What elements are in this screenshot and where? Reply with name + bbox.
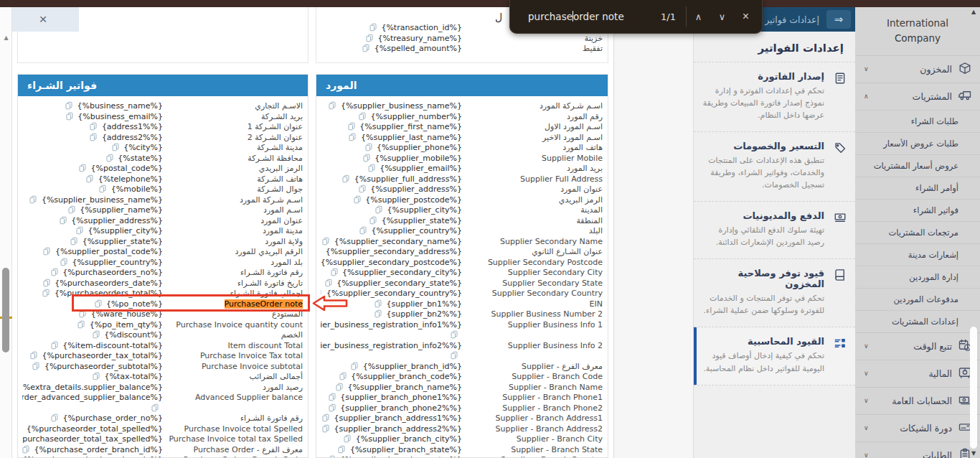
copy-icon[interactable] <box>60 216 67 227</box>
variable-text[interactable]: {%supplier_branch_code%} <box>351 372 462 381</box>
variable-text[interactable]: {supplier_branch_phone2%%} <box>340 403 462 413</box>
copy-icon[interactable] <box>451 351 458 362</box>
find-next-icon[interactable]: ∨ <box>710 7 734 27</box>
sidebar-subitem[interactable]: مدفوعات الموردين <box>855 288 980 310</box>
variable-text[interactable]: {%supplier_country%} <box>371 226 462 235</box>
copy-icon[interactable] <box>93 330 100 341</box>
sidebar-subitem[interactable]: فواتير الشراء <box>855 199 980 221</box>
variable-text[interactable]: {supplier_branch_address2%%} <box>334 424 462 434</box>
variable-text[interactable]: {%purchaseorder_total_tax_spelled%} <box>22 434 163 444</box>
copy-icon[interactable] <box>90 122 97 133</box>
variable-text[interactable]: {%business_email%} <box>77 112 163 121</box>
copy-icon[interactable] <box>322 413 329 424</box>
variable-text[interactable]: {supplier_bn2%%} <box>387 309 462 319</box>
copy-icon[interactable] <box>363 154 370 164</box>
scrollbar-up-icon[interactable]: ▲ <box>969 9 979 15</box>
copy-icon[interactable] <box>322 237 329 248</box>
copy-icon[interactable] <box>51 268 58 279</box>
copy-icon[interactable] <box>331 268 338 279</box>
variable-text[interactable]: {%business_name%} <box>77 101 163 111</box>
sidebar-scrollbar[interactable]: ▲ ▼ <box>969 7 979 458</box>
copy-icon[interactable] <box>70 237 77 248</box>
copy-icon[interactable] <box>60 258 67 268</box>
copy-icon[interactable] <box>51 341 58 352</box>
settings-item[interactable]: الدفع والمديونيات تهيئة سلوك الدفع التلق… <box>694 202 855 259</box>
variable-text[interactable]: {%supplier_secondary_city%} <box>342 268 462 277</box>
variable-text[interactable]: {address1%%} <box>102 122 163 131</box>
collapse-panel-icon[interactable]: ⇒ <box>826 10 851 29</box>
copy-icon[interactable] <box>362 44 369 55</box>
variable-text[interactable]: {%supplier_branch_id%} <box>363 362 462 371</box>
variable-text[interactable]: {%supplier_branch_city%} <box>356 434 462 444</box>
scrollbar-up-icon[interactable]: ▲ <box>0 34 12 41</box>
copy-icon[interactable] <box>329 403 336 414</box>
variable-text[interactable]: {%extra_details.supplier_balance%} <box>22 383 163 392</box>
sidebar-subitem[interactable]: عروض أسعار المشتريات <box>855 154 980 177</box>
copy-icon[interactable] <box>329 101 336 112</box>
variable-text[interactable]: {%supplier_secondary_name%} <box>334 237 462 246</box>
variable-text[interactable]: {%purchase_order_branch_id%} <box>34 445 163 454</box>
variable-text[interactable]: {%supplier_secondary_state%} <box>336 279 462 288</box>
variable-text[interactable]: {%supplier_address%} <box>370 184 462 194</box>
variable-text[interactable]: {%state%} <box>118 154 163 163</box>
variable-text[interactable]: {%supplier_city%} <box>88 226 163 235</box>
sidebar-section[interactable]: تتبع الوقت ∨ <box>855 332 980 360</box>
variable-text[interactable]: {%supplier_name%} <box>80 205 163 215</box>
sidebar-subitem[interactable]: طلبات الشراء <box>855 110 980 132</box>
copy-icon[interactable] <box>325 279 332 289</box>
variable-text[interactable]: {%spelled_amount%} <box>374 44 462 53</box>
variable-text[interactable]: {%purchaseorder_subtotal%} <box>44 362 163 371</box>
sidebar-section[interactable]: المخزون ∨ <box>855 55 980 83</box>
settings-item[interactable]: إصدار الفاتورة تحكم في إعدادات الفوترة و… <box>694 62 855 132</box>
variable-text[interactable]: {%supplier_secondary_postcode%} <box>321 258 462 267</box>
variable-text[interactable]: {%purchaseorders_no%} <box>62 268 163 277</box>
copy-icon[interactable] <box>366 34 373 45</box>
sidebar-section[interactable]: الحسابات العامة ∨ <box>855 387 980 414</box>
settings-item[interactable]: التسعير والخصومات تنطبق هذه الإعدادات عل… <box>694 132 855 202</box>
sidebar-section[interactable]: المالية ∨ <box>855 360 980 387</box>
copy-icon[interactable] <box>359 184 366 195</box>
variable-text[interactable]: {%supplier_address%} <box>71 216 163 225</box>
variable-text[interactable]: {%supplier_phone%} <box>377 143 462 152</box>
variable-text[interactable]: {%purchase_order_no%} <box>63 413 163 423</box>
variable-text[interactable]: {%mobile%} <box>111 184 163 194</box>
variable-text[interactable]: {%purchase_order_branch_code%} <box>22 455 163 458</box>
copy-icon[interactable] <box>86 174 93 185</box>
variable-text[interactable]: {%telephone%} <box>98 174 163 184</box>
variable-text[interactable]: {%supplier_state%} <box>382 216 462 225</box>
variable-text[interactable]: {%supplier_first_name%} <box>359 122 462 131</box>
copy-icon[interactable] <box>354 195 361 206</box>
copy-icon[interactable] <box>359 226 367 237</box>
copy-icon[interactable] <box>68 205 75 216</box>
settings-item[interactable]: القيود المحاسبية تحكم في كيفية إدخال أوص… <box>694 327 855 385</box>
variable-text[interactable]: {%treasury_name%} <box>378 34 462 43</box>
sidebar-section[interactable]: دورة الشيكات ∨ <box>855 414 980 441</box>
variable-text[interactable]: {%supplier_branch_state%} <box>350 445 462 454</box>
copy-icon[interactable] <box>329 393 336 403</box>
find-input[interactable]: purchaseorder note <box>528 11 624 22</box>
copy-icon[interactable] <box>106 154 113 164</box>
copy-icon[interactable] <box>375 205 382 216</box>
variable-text[interactable]: {supplier_bn1%%} <box>387 299 462 309</box>
sidebar-subitem[interactable]: أوامر الشراء <box>855 177 980 199</box>
copy-icon[interactable] <box>342 174 349 185</box>
variable-text[interactable]: {%supplier_branch_country%} <box>340 455 462 458</box>
copy-icon[interactable] <box>328 455 335 458</box>
variable-text[interactable]: {%item-discount-total%} <box>62 341 163 350</box>
copy-icon[interactable] <box>348 122 355 133</box>
copy-icon[interactable] <box>93 372 100 383</box>
variable-text[interactable]: {%supplier_email%} <box>380 164 462 173</box>
copy-icon[interactable] <box>349 133 356 144</box>
variable-text[interactable]: {supplier_branch_phone1%%} <box>340 393 462 402</box>
copy-icon[interactable] <box>344 434 351 445</box>
find-close-icon[interactable]: × <box>734 6 758 27</box>
variable-text[interactable]: {%supplier_full_address%} <box>354 174 462 184</box>
variable-text[interactable]: {%postal_code%} <box>91 164 163 173</box>
copy-icon[interactable] <box>22 445 29 456</box>
copy-icon[interactable] <box>369 216 377 227</box>
copy-icon[interactable] <box>76 226 83 237</box>
copy-icon[interactable] <box>32 362 39 373</box>
copy-icon[interactable] <box>42 289 50 299</box>
variable-text[interactable]: {%tax-total%} <box>104 372 163 381</box>
copy-icon[interactable] <box>338 445 345 456</box>
